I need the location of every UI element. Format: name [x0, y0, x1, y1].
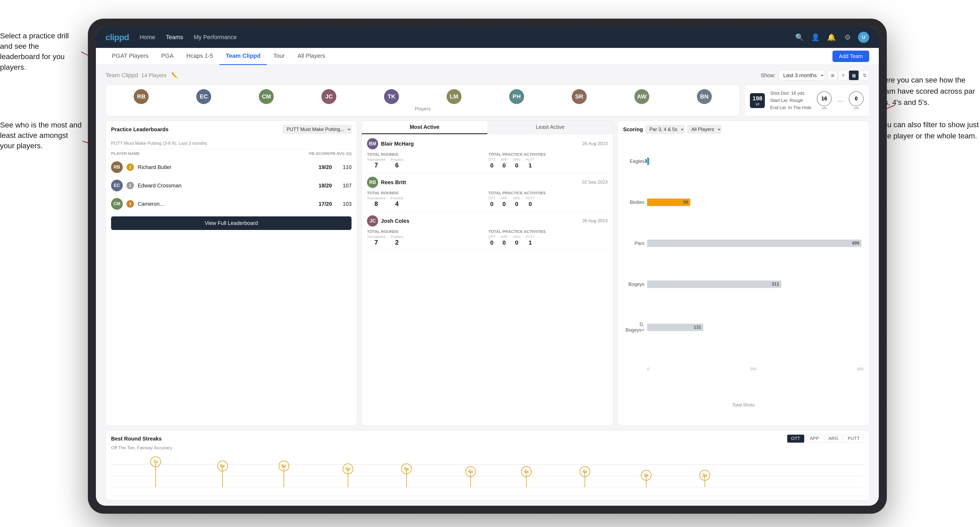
player-avatar-5[interactable]: TK	[384, 89, 399, 104]
svg-text:4x: 4x	[524, 469, 529, 474]
subnav-right: Add Team	[832, 51, 869, 62]
show-select[interactable]: Last 3 months	[779, 70, 824, 80]
view-leaderboard-button[interactable]: View Full Leaderboard	[111, 216, 352, 230]
navbar: clippd Home Teams My Performance 🔍 👤 🔔 ⚙…	[96, 27, 879, 48]
activity-card-rees: RB Rees Britt 02 Sep 2023 Total Rounds T…	[362, 173, 613, 211]
chart-bar-pars: 499	[647, 240, 861, 247]
lb-score-3: 17/20	[310, 201, 332, 207]
pac-header-blair: BM Blair McHarg 26 Aug 2023	[367, 138, 608, 149]
svg-text:5x: 5x	[345, 466, 350, 471]
lb-score-1: 19/20	[310, 164, 332, 170]
subnav-teamclippd[interactable]: Team Clippd	[220, 48, 267, 65]
leaderboard-table-header: PLAYER NAME PB SCORE PB AVG SQ	[106, 149, 357, 158]
streak-filter-btns: OTT APP ARG PUTT	[787, 435, 864, 443]
player-filter-select[interactable]: All Players	[687, 125, 721, 133]
tab-least-active[interactable]: Least Active	[487, 121, 613, 134]
svg-text:5x: 5x	[404, 466, 409, 471]
pac-avatar-rees: RB	[367, 177, 378, 188]
chart-bar-bogeys: 311	[647, 281, 781, 288]
subnav-tour[interactable]: Tour	[267, 48, 291, 65]
activity-panel: Most Active Least Active BM Blair McHarg…	[361, 121, 613, 426]
pac-player-rees: RB Rees Britt	[367, 177, 406, 188]
chart-label-eagles: Eagles	[623, 159, 644, 164]
tab-most-active[interactable]: Most Active	[362, 121, 487, 134]
team-header: Team Clippd 14 Players ✏️ Show: Last 3 m…	[105, 70, 869, 80]
user-icon[interactable]: 👤	[810, 32, 821, 43]
lb-row-2[interactable]: EC 2 Edward Crossman 18/20 107	[106, 176, 357, 195]
subnav-allplayers[interactable]: All Players	[291, 48, 332, 65]
lb-rank-1: 1	[126, 163, 134, 171]
filter-btn-app[interactable]: APP	[806, 435, 823, 443]
pac-date-blair: 26 Aug 2023	[582, 141, 608, 146]
app-logo: clippd	[105, 32, 129, 42]
svg-text:7x: 7x	[153, 459, 158, 464]
players-avatars: RB EC CM JC TK LM PH SR AW BN	[112, 89, 733, 104]
pac-name-rees: Rees Britt	[381, 179, 406, 186]
pac-header-rees: RB Rees Britt 02 Sep 2023	[367, 177, 608, 188]
grid-view-btn[interactable]: ⊞	[828, 71, 837, 80]
filter-btn-putt[interactable]: PUTT	[844, 435, 864, 443]
lb-avg-2: 107	[336, 183, 352, 189]
pac-avatar-blair: BM	[367, 138, 378, 149]
lb-avatar-1: RB	[111, 161, 123, 173]
filter-btn-ott[interactable]: OTT	[787, 435, 804, 443]
search-icon[interactable]: 🔍	[794, 32, 805, 43]
player-avatar-4[interactable]: JC	[321, 89, 336, 104]
chart-bar-birdies: 96	[647, 198, 690, 206]
par-select[interactable]: Par 3, 4 & 5s	[646, 125, 685, 133]
lb-row-3[interactable]: CM 3 Cameron... 17/20 103	[106, 195, 357, 213]
nav-teams[interactable]: Teams	[166, 33, 183, 42]
chart-label-bogeys: Bogeys	[623, 282, 644, 287]
subnav-pga[interactable]: PGA	[155, 48, 180, 65]
lb-row-1[interactable]: RB 1 Richard Butler 19/20 110	[106, 158, 357, 176]
main-content: Team Clippd 14 Players ✏️ Show: Last 3 m…	[96, 65, 879, 506]
edit-icon[interactable]: ✏️	[171, 72, 178, 78]
leaderboard-title: Practice Leaderboards	[111, 126, 169, 133]
navbar-links: Home Teams My Performance	[140, 33, 783, 42]
players-label: Players	[112, 106, 733, 112]
shot-circles: 16 yds — 0 yds	[817, 91, 864, 110]
view-icons: ⊞ ≡ ▦ ⇅	[828, 71, 869, 80]
show-control: Show: Last 3 months ⊞ ≡ ▦ ⇅	[760, 70, 869, 80]
add-team-button[interactable]: Add Team	[832, 51, 869, 62]
drill-select[interactable]: PUTT Must Make Putting...	[283, 125, 352, 133]
list-view-btn[interactable]: ≡	[838, 71, 848, 80]
player-avatar-6[interactable]: LM	[447, 89, 461, 104]
player-avatar-9[interactable]: AW	[634, 89, 649, 104]
subnav: PGAT Players PGA Hcaps 1-5 Team Clippd T…	[96, 48, 879, 65]
svg-text:4x: 4x	[468, 469, 473, 474]
activity-card-blair: BM Blair McHarg 26 Aug 2023 Total Rounds…	[362, 135, 613, 173]
player-avatar-2[interactable]: EC	[196, 89, 211, 104]
user-avatar[interactable]: U	[858, 32, 869, 43]
pac-stats-josh: Total Rounds Tournament 7 Practice 2	[367, 229, 608, 246]
bell-icon[interactable]: 🔔	[826, 32, 837, 43]
subnav-pgat[interactable]: PGAT Players	[105, 48, 155, 65]
tablet-screen: clippd Home Teams My Performance 🔍 👤 🔔 ⚙…	[96, 27, 879, 506]
nav-home[interactable]: Home	[140, 33, 155, 42]
filter-btn-arg[interactable]: ARG	[824, 435, 842, 443]
player-avatar-7[interactable]: PH	[509, 89, 524, 104]
chart-x-label: Total Shots	[623, 402, 864, 408]
nav-myperformance[interactable]: My Performance	[194, 33, 237, 42]
player-avatar-3[interactable]: CM	[259, 89, 274, 104]
pac-rounds-blair: Total Rounds Tournament 7 Practice 6	[367, 152, 486, 169]
filter-view-btn[interactable]: ⇅	[860, 71, 869, 80]
settings-icon[interactable]: ⚙	[842, 32, 853, 43]
shot-circle-1: 16	[817, 91, 832, 106]
subnav-hcaps[interactable]: Hcaps 1-5	[180, 48, 220, 65]
chart-x-axis: 0 200 400	[623, 367, 864, 371]
shot-info: Shot Dist: 16 yds Start Lie: Rough End L…	[770, 90, 811, 111]
streaks-title: Best Round Streaks	[111, 436, 162, 442]
team-title: Team Clippd 14 Players	[105, 72, 167, 79]
svg-text:6x: 6x	[220, 464, 225, 468]
chart-label-pars: Pars	[623, 241, 644, 246]
leaderboard-header: Practice Leaderboards PUTT Must Make Put…	[106, 121, 357, 138]
player-avatar-8[interactable]: SR	[572, 89, 587, 104]
card-view-btn[interactable]: ▦	[849, 71, 859, 80]
pac-stats-rees: Total Rounds Tournament 8 Practice 4	[367, 190, 608, 208]
player-avatar-1[interactable]: RB	[134, 89, 149, 104]
scoring-label: Scoring	[623, 126, 643, 133]
svg-text:6x: 6x	[282, 464, 286, 468]
player-avatar-10[interactable]: BN	[697, 89, 712, 104]
annotation-right: Here you can see how the team have score…	[879, 75, 980, 141]
